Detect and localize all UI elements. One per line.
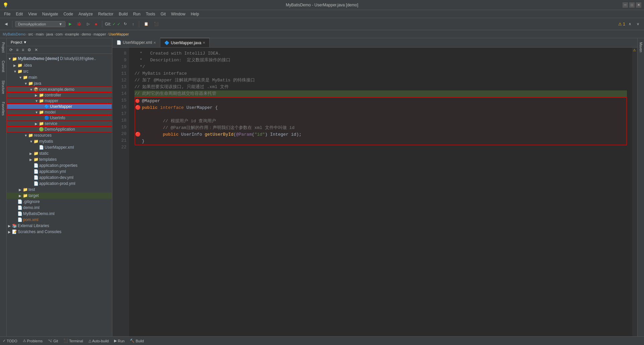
auto-build-icon: △	[89, 339, 91, 343]
breadcrumb-demo[interactable]: demo	[82, 32, 91, 36]
sidebar: Project ▼ ⟳ ≡ ≡ ⚙ ✕ ▼ 📁 MyBatisDemo [dem…	[7, 38, 112, 336]
tree-item-gitignore[interactable]: ▶ 📄 .gitignore	[7, 199, 112, 205]
tree-item-com-example-demo[interactable]: ▼ 📦 com.example.demo	[7, 86, 112, 92]
stop-button[interactable]: ■	[93, 21, 99, 27]
breadcrumb-usermapper[interactable]: UserMapper	[109, 32, 129, 36]
run-config-selector[interactable]: DemoApplication ▼	[15, 21, 65, 27]
menu-git[interactable]: Git	[158, 11, 168, 17]
git-push-button[interactable]: ↑	[130, 21, 136, 27]
menu-file[interactable]: File	[1, 11, 13, 17]
tab-usermapper-xml[interactable]: 📄 UserMapper.xml ✕	[112, 38, 160, 47]
tree-item-demo-iml[interactable]: ▶ 📄 demo.iml	[7, 205, 112, 211]
tree-item-controller[interactable]: ▶ 📁 controller	[7, 92, 112, 98]
tree-item-demoapplication[interactable]: ▶ 🟢 DemoApplication	[7, 126, 112, 132]
menu-edit[interactable]: Edit	[13, 11, 25, 17]
terminal-tool[interactable]: ⬛ Terminal	[63, 339, 83, 343]
tree-item-templates[interactable]: ▶ 📁 templates	[7, 156, 112, 162]
filter-button[interactable]: ≡	[20, 47, 25, 53]
git-tool[interactable]: ⌥ Git	[48, 339, 58, 343]
todo-tool[interactable]: ✓ TODO	[3, 339, 17, 343]
menu-build[interactable]: Build	[116, 11, 130, 17]
favorites-panel-icon[interactable]: Favorites	[1, 99, 6, 118]
tree-item-usermapper-xml[interactable]: ▶ 📄 UserMapper.xml	[7, 144, 112, 150]
copy-path-button[interactable]: 📋	[142, 21, 151, 27]
right-gutter: ⚠	[632, 48, 637, 336]
tree-item-model[interactable]: ▼ 📁 model	[7, 109, 112, 115]
problems-tool[interactable]: ⚠ Problems	[23, 339, 43, 343]
build-tool[interactable]: 🔨 Build	[130, 339, 144, 343]
breadcrumb-java[interactable]: java	[46, 32, 53, 36]
tree-item-scratches[interactable]: ▶ 📝 Scratches and Consoles	[7, 229, 112, 235]
breadcrumb-com[interactable]: com	[56, 32, 63, 36]
terminal-button[interactable]: ⬛	[152, 21, 161, 27]
git-update-button[interactable]: ↻	[122, 21, 129, 27]
tree-item-mybatisdemo[interactable]: ▼ 📁 MyBatisDemo [demo] D:\study\比特\gitee…	[7, 55, 112, 62]
tree-item-service[interactable]: ▶ 📁 service	[7, 121, 112, 127]
expand-button[interactable]: ∧	[627, 21, 633, 27]
close-button[interactable]: ✕	[636, 2, 641, 8]
breadcrumb-mapper[interactable]: mapper	[94, 32, 106, 36]
tree-item-pom[interactable]: ▶ 📄 pom.xml	[7, 217, 112, 223]
tree-item-mapper[interactable]: ▼ 📁 mapper	[7, 98, 112, 104]
tree-item-mybatis[interactable]: ▼ 📁 mybatis	[7, 138, 112, 144]
tree-item-java[interactable]: ▼ 📁 java	[7, 80, 112, 86]
collapse-all-button[interactable]: ≡	[15, 47, 20, 53]
menu-help[interactable]: Help	[188, 11, 202, 17]
tree-item-app-props[interactable]: ▶ 📄 application.properties	[7, 162, 112, 168]
run-button[interactable]: ▶	[67, 21, 73, 27]
minimize-button[interactable]: ─	[623, 2, 628, 8]
breadcrumb-example[interactable]: example	[65, 32, 79, 36]
tree-item-test[interactable]: ▶ 📁 test	[7, 187, 112, 193]
tree-item-static[interactable]: ▶ 📁 static	[7, 150, 112, 156]
tree-arrow-model: ▼	[35, 111, 38, 114]
java-tab-close[interactable]: ✕	[203, 41, 205, 45]
mb-iml-label: MyBatisDemo.iml	[23, 211, 54, 216]
run-config-label: DemoApplication	[18, 22, 46, 26]
collapse-button[interactable]: ∨	[635, 21, 641, 27]
structure-panel-icon[interactable]: Structure	[1, 78, 6, 97]
tree-item-ext-libs[interactable]: ▶ 📚 External Libraries	[7, 223, 112, 229]
xml-tab-close[interactable]: ✕	[153, 41, 156, 45]
menu-view[interactable]: View	[25, 11, 40, 17]
tree-item-app-prod-yml[interactable]: ▶ 📄 application-prod.yml	[7, 181, 112, 187]
target-label: target	[29, 193, 39, 198]
maven-panel-tab[interactable]: Maven	[638, 40, 643, 55]
menu-refactor[interactable]: Refactor	[96, 11, 116, 17]
code-content[interactable]: * Created with IntelliJ IDEA. * Descript…	[129, 48, 632, 336]
tree-item-main[interactable]: ▼ 📁 main	[7, 74, 112, 80]
tree-item-app-dev-yml[interactable]: ▶ 📄 application-dev.yml	[7, 175, 112, 181]
tree-item-userinfo[interactable]: ▶ 🔵 UserInfo	[7, 115, 112, 121]
menu-tools[interactable]: Tools	[143, 11, 158, 17]
breadcrumb-main[interactable]: main	[36, 32, 44, 36]
warning-indicator[interactable]: ⚠	[632, 48, 637, 53]
commit-panel-icon[interactable]: Commit	[1, 58, 6, 75]
menu-code[interactable]: Code	[61, 11, 76, 17]
menu-window[interactable]: Window	[168, 11, 188, 17]
tab-usermapper-java[interactable]: 🔷 UserMapper.java ✕	[160, 38, 210, 47]
tree-item-usermapper[interactable]: ▶ 🔷 UserMapper	[7, 104, 112, 110]
menu-run[interactable]: Run	[130, 11, 143, 17]
tree-item-src[interactable]: ▼ 📁 src	[7, 68, 112, 74]
back-button[interactable]: ◀	[3, 21, 9, 27]
tree-item-target[interactable]: ▶ 📁 target	[7, 193, 112, 199]
menu-navigate[interactable]: Navigate	[40, 11, 61, 17]
close-sidebar-button[interactable]: ✕	[33, 47, 39, 53]
tree-item-mybatisdemo-iml[interactable]: ▶ 📄 MyBatisDemo.iml	[7, 211, 112, 217]
tree-item-app-yml[interactable]: ▶ 📄 application.yml	[7, 168, 112, 175]
run-tool[interactable]: ▶ Run	[114, 339, 124, 343]
tree-item-resources[interactable]: ▼ 📁 resources	[7, 132, 112, 138]
maximize-button[interactable]: □	[629, 2, 635, 8]
static-icon: 📁	[34, 151, 39, 156]
menu-analyze[interactable]: Analyze	[76, 11, 96, 17]
sync-tree-button[interactable]: ⟳	[8, 47, 14, 53]
tree-item-idea[interactable]: ▶ 📁 .idea	[7, 62, 112, 68]
project-tab[interactable]: Project ▼	[8, 40, 30, 45]
breadcrumb-src[interactable]: src	[28, 32, 33, 36]
settings-button[interactable]: ⚙	[26, 47, 33, 53]
auto-build-tool[interactable]: △ Auto-build	[89, 339, 109, 343]
project-panel-icon[interactable]: Project	[1, 40, 6, 55]
coverage-button[interactable]: ▷	[85, 21, 92, 27]
debug-button[interactable]: 🐞	[75, 21, 84, 27]
code-editor: 8 9 10 11 12 13 14 15 16 17 18 19 20 21 …	[112, 48, 637, 336]
breadcrumb-root[interactable]: MyBatisDemo	[3, 32, 25, 36]
